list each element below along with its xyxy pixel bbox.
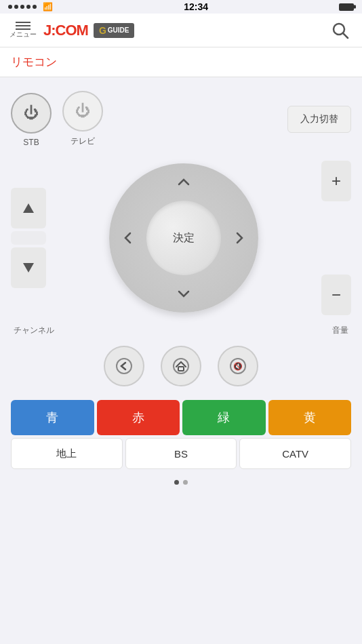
back-icon xyxy=(115,357,133,375)
dpad-container: 決定 xyxy=(52,163,316,313)
page-title: リモコン xyxy=(11,56,57,68)
header: メニュー J:COM G GUIDE xyxy=(0,14,362,47)
svg-rect-6 xyxy=(178,367,184,371)
power-row: ⏻ STB ⏻ テレビ 入力切替 xyxy=(11,91,351,147)
tv-power-circle: ⏻ xyxy=(62,91,103,132)
page-title-bar: リモコン xyxy=(0,47,362,77)
dpad-right-button[interactable] xyxy=(227,226,252,250)
status-time: 12:34 xyxy=(53,1,339,12)
catv-label: CATV xyxy=(282,448,308,460)
controls-row: 決定 + − xyxy=(11,161,351,315)
terrestrial-button[interactable]: 地上 xyxy=(11,438,123,469)
volume-up-button[interactable]: + xyxy=(321,161,351,201)
menu-icon xyxy=(16,22,31,30)
red-label: 赤 xyxy=(132,409,144,426)
tv-label: テレビ xyxy=(71,136,95,147)
up-arrow-icon xyxy=(176,174,192,190)
tv-power-button[interactable]: ⏻ テレビ xyxy=(62,91,103,147)
stb-power-circle: ⏻ xyxy=(11,93,52,134)
svg-text:🔇: 🔇 xyxy=(233,361,243,371)
blue-label: 青 xyxy=(46,409,58,426)
volume-plus-icon: + xyxy=(331,172,341,190)
mute-icon: 🔇 xyxy=(229,357,247,375)
battery-area xyxy=(339,3,354,11)
search-icon xyxy=(331,21,350,40)
power-button-group: ⏻ STB ⏻ テレビ xyxy=(11,91,103,147)
page-dot-1 xyxy=(174,480,179,485)
dpad-outer: 決定 xyxy=(109,163,258,313)
input-switch-button[interactable]: 入力切替 xyxy=(287,106,351,133)
dpad-left-button[interactable] xyxy=(116,226,140,250)
volume-down-button[interactable]: − xyxy=(321,275,351,315)
home-icon xyxy=(172,357,190,375)
catv-button[interactable]: CATV xyxy=(239,438,351,469)
channel-gap xyxy=(11,231,46,245)
down-arrow-icon xyxy=(176,285,192,302)
dpad-down-button[interactable] xyxy=(172,281,196,306)
channel-column xyxy=(11,188,46,288)
channel-down-button[interactable] xyxy=(11,247,46,288)
volume-column: + − xyxy=(321,161,351,315)
blue-button[interactable]: 青 xyxy=(11,400,94,435)
remote-area: ⏻ STB ⏻ テレビ 入力切替 xyxy=(0,77,362,505)
volume-minus-icon: − xyxy=(331,285,341,304)
color-buttons-row: 青 赤 緑 黄 xyxy=(11,400,351,435)
mute-button[interactable]: 🔇 xyxy=(218,346,258,386)
green-button[interactable]: 緑 xyxy=(182,400,266,435)
channel-up-button[interactable] xyxy=(11,188,46,228)
green-label: 緑 xyxy=(218,409,230,426)
jcom-logo: J:COM xyxy=(43,22,88,39)
terrestrial-label: 地上 xyxy=(56,447,77,460)
nav-buttons-row: 🔇 xyxy=(11,346,351,386)
svg-marker-2 xyxy=(23,203,34,213)
wifi-icon: 📶 xyxy=(43,2,53,12)
guide-text: GUIDE xyxy=(108,26,129,34)
stb-power-icon: ⏻ xyxy=(24,104,39,122)
header-logo: J:COM G GUIDE xyxy=(37,22,328,39)
bs-label: BS xyxy=(174,448,188,460)
page-indicators xyxy=(11,480,351,491)
bs-button[interactable]: BS xyxy=(125,438,237,469)
yellow-label: 黄 xyxy=(304,409,316,426)
svg-line-1 xyxy=(343,33,348,38)
stb-power-button[interactable]: ⏻ STB xyxy=(11,93,52,147)
channel-label: チャンネル xyxy=(14,325,54,336)
signal-dots: 📶 xyxy=(8,2,53,12)
battery-icon xyxy=(339,3,354,11)
right-arrow-icon xyxy=(231,230,247,246)
page-dot-2 xyxy=(183,480,188,485)
svg-marker-3 xyxy=(23,263,34,273)
home-button[interactable] xyxy=(161,346,201,386)
labels-row: チャンネル 音量 xyxy=(11,322,351,339)
back-button[interactable] xyxy=(104,346,144,386)
stb-label: STB xyxy=(23,138,39,147)
red-button[interactable]: 赤 xyxy=(97,400,180,435)
channel-down-icon xyxy=(22,261,35,275)
svg-point-4 xyxy=(117,359,132,374)
g-icon: G xyxy=(99,25,106,36)
guide-logo: G GUIDE xyxy=(94,23,135,38)
broadcast-row: 地上 BS CATV xyxy=(11,438,351,469)
menu-button[interactable]: メニュー xyxy=(9,22,37,39)
dpad-up-button[interactable] xyxy=(172,170,196,195)
channel-up-icon xyxy=(22,201,35,215)
tv-power-icon: ⏻ xyxy=(75,102,90,120)
left-arrow-icon xyxy=(120,230,136,246)
volume-label: 音量 xyxy=(332,325,348,336)
yellow-button[interactable]: 黄 xyxy=(268,400,352,435)
status-bar: 📶 12:34 xyxy=(0,0,362,14)
search-button[interactable] xyxy=(328,18,353,43)
confirm-button[interactable]: 決定 xyxy=(146,201,221,275)
menu-label: メニュー xyxy=(9,30,37,39)
